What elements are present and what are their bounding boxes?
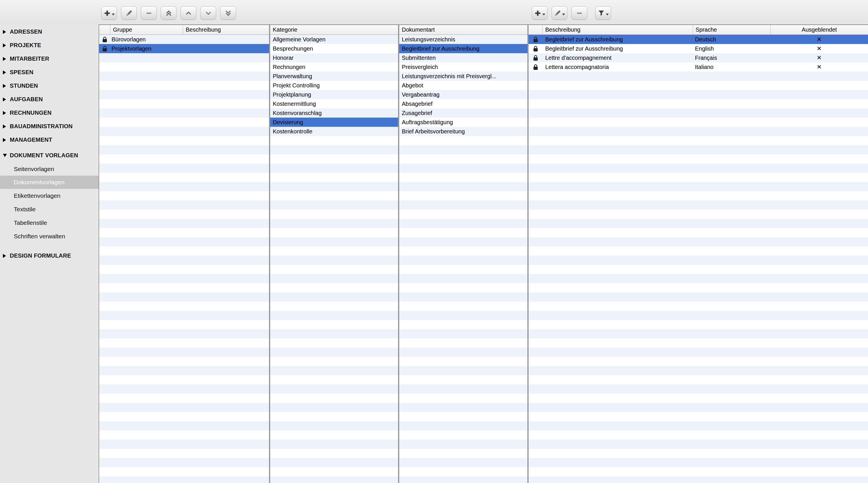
sidebar-item-dokument-vorlagen[interactable]: DOKUMENT VORLAGEN [0,149,99,162]
chevron-up-icon [185,9,192,17]
table-row-kostenermittlung[interactable]: Kostenermittlung [270,99,398,109]
table-row-devisierung[interactable]: Devisierung [270,118,398,127]
cell-text: Begleitbrief zur Ausschreibung [542,36,693,43]
disclosure-triangle-icon[interactable] [3,97,6,101]
table-row-begleitbrief-zur-ausschreibung[interactable]: Begleitbrief zur Ausschreibung [399,44,527,53]
table-row-begleitbrief-zur-ausschreibung-deutsch[interactable]: Begleitbrief zur AusschreibungDeutsch✕ [529,35,868,44]
sidebar-item-bauadministration[interactable]: BAUADMINISTRATION [0,120,99,133]
sidebar-item-aufgaben[interactable]: AUFGABEN [0,93,99,106]
move-down-button[interactable] [200,6,216,20]
table-row-begleitbrief-zur-ausschreibung-english[interactable]: Begleitbrief zur AusschreibungEnglish✕ [529,44,868,53]
table-row-kostenvoranschlag[interactable]: Kostenvoranschlag [270,109,398,118]
column-header-dokumentart[interactable]: Dokumentart [399,25,527,34]
lock-icon [529,55,542,61]
column-header-beschreibung[interactable]: Beschreibung [183,25,269,34]
column-header-beschreibung[interactable]: Beschreibung [542,25,693,34]
table-row-projektplanung[interactable]: Projektplanung [270,90,398,99]
sidebar-item-etikettenvorlagen[interactable]: Etikettenvorlagen [0,189,99,202]
column-header-kategorie[interactable]: Kategorie [270,25,398,34]
pencil-icon [554,9,561,17]
disclosure-triangle-icon[interactable] [3,138,6,142]
categories-pane: Kategorie Allgemeine VorlagenBesprechung… [270,25,398,483]
lock-icon [529,46,542,52]
chevron-down-icon [204,9,212,17]
filter-icon [597,9,605,17]
table-row-leistungsverzeichnis-mit-preisvergl[interactable]: Leistungsverzeichnis mit Preisvergl... [399,71,527,81]
cell-text: Français [693,55,770,61]
table-row-allgemeine-vorlagen[interactable]: Allgemeine Vorlagen [270,35,398,44]
table-row-abgebot[interactable]: Abgebot [399,81,527,90]
disclosure-triangle-icon[interactable] [3,70,6,74]
table-row-projektvorlagen[interactable]: Projektvorlagen [99,44,269,53]
edit-template-button[interactable] [552,6,567,20]
move-top-button[interactable] [161,6,177,20]
sidebar-item-textstile[interactable]: Textstile [0,202,99,216]
lock-column-header [99,25,110,34]
remove-button[interactable] [141,6,157,20]
disclosure-triangle-icon[interactable] [3,254,6,258]
sidebar-item-tabellenstile[interactable]: Tabellenstile [0,216,99,230]
column-header-gruppe[interactable]: Gruppe [110,25,183,34]
dropdown-caret-icon [542,13,545,16]
sidebar-item-spesen[interactable]: SPESEN [0,65,99,79]
table-row-leistungsverzeichnis[interactable]: Leistungsverzeichnis [399,35,527,44]
doctypes-pane-header: Dokumentart [399,25,527,35]
sidebar-item-adressen[interactable]: ADRESSEN [0,25,99,38]
sidebar-item-label: Etikettenvorlagen [14,192,60,199]
sidebar-item-management[interactable]: MANAGEMENT [0,133,99,147]
sidebar-item-design-formulare[interactable]: DESIGN FORMULARE [0,249,99,263]
sidebar-item-stunden[interactable]: STUNDEN [0,79,99,93]
sidebar-item-seitenvorlagen[interactable]: Seitenvorlagen [0,162,99,176]
hidden-x-mark: ✕ [770,36,868,43]
move-up-button[interactable] [181,6,196,20]
disclosure-triangle-icon[interactable] [3,84,6,88]
sidebar: ADRESSENPROJEKTEMITARBEITERSPESENSTUNDEN… [0,25,99,483]
table-row-lettre-d-accompagnement-francais[interactable]: Lettre d'accompagnementFrançais✕ [529,53,868,62]
sidebar-item-rechnungen[interactable]: RECHNUNGEN [0,106,99,120]
filter-templates-button[interactable] [595,6,611,20]
sidebar-item-mitarbeiter[interactable]: MITARBEITER [0,52,99,65]
templates-pane: Beschreibung Sprache Ausgeblendet Beglei… [529,25,868,483]
add-button[interactable] [101,6,117,20]
hidden-x-mark: ✕ [770,64,868,70]
lock-icon [529,64,542,70]
double-chevron-down-icon [224,9,232,17]
sidebar-item-schriften-verwalten[interactable]: Schriften verwalten [0,230,99,243]
sidebar-item-projekte[interactable]: PROJEKTE [0,38,99,52]
disclosure-triangle-icon[interactable] [3,154,7,157]
table-row-submittenten[interactable]: Submittenten [399,53,527,62]
table-row-projekt-controlling[interactable]: Projekt Controlling [270,81,398,90]
column-header-ausgeblendet[interactable]: Ausgeblendet [770,25,868,34]
add-template-button[interactable] [532,6,548,20]
table-row-vergabeantrag[interactable]: Vergabeantrag [399,90,527,99]
plus-icon [103,9,111,17]
table-row-planverwaltung[interactable]: Planverwaltung [270,71,398,81]
sidebar-item-label: Schriften verwalten [14,233,65,240]
disclosure-triangle-icon[interactable] [3,111,6,115]
table-row-absagebrief[interactable]: Absagebrief [399,99,527,109]
sidebar-item-dokumentvorlagen[interactable]: Dokumentvorlagen [0,176,99,189]
edit-button[interactable] [121,6,137,20]
table-row-brief-arbeitsvorbereitung[interactable]: Brief Arbeitsvorbereitung [399,127,527,136]
disclosure-triangle-icon[interactable] [3,57,6,61]
table-row-rechnungen[interactable]: Rechnungen [270,62,398,71]
table-row-zusagebrief[interactable]: Zusagebrief [399,109,527,118]
disclosure-triangle-icon[interactable] [3,43,6,48]
table-row-besprechungen[interactable]: Besprechungen [270,44,398,53]
sidebar-item-label: RECHNUNGEN [10,110,52,116]
disclosure-triangle-icon[interactable] [3,30,6,34]
plus-icon [534,9,541,17]
remove-template-button[interactable] [571,6,587,20]
disclosure-triangle-icon[interactable] [3,124,6,128]
move-bottom-button[interactable] [220,6,236,20]
table-row-kostenkontrolle[interactable]: Kostenkontrolle [270,127,398,136]
column-header-sprache[interactable]: Sprache [693,25,770,34]
sidebar-item-label: BAUADMINISTRATION [10,123,73,130]
sidebar-item-label: STUNDEN [10,83,38,89]
toolbar [0,0,868,25]
table-row-lettera-accompagnatoria-italiano[interactable]: Lettera accompagnatoriaItaliano✕ [529,62,868,71]
table-row-preisvergleich[interactable]: Preisvergleich [399,62,527,71]
table-row-auftragsbestatigung[interactable]: Auftragsbestätigung [399,118,527,127]
table-row-burovorlagen[interactable]: Bürovorlagen [99,35,269,44]
table-row-honorar[interactable]: Honorar [270,53,398,62]
